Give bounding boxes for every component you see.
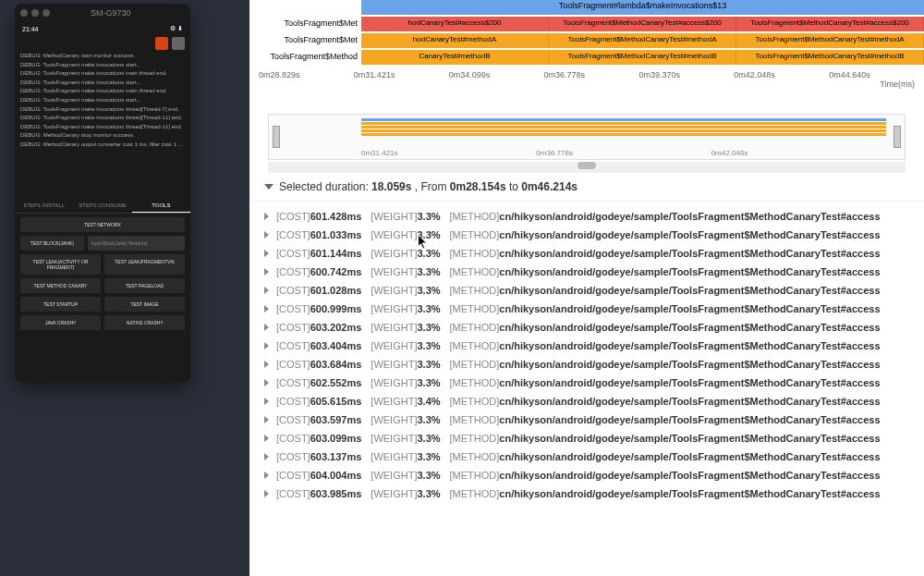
method-row[interactable]: [COST] 605.615ms[WEIGHT] 3.4%[METHOD] cn… xyxy=(264,392,924,411)
method-label: [METHOD] xyxy=(450,229,500,240)
caret-right-icon[interactable] xyxy=(264,398,269,405)
test-block-button[interactable]: TEST BLOCK(JANK) xyxy=(20,236,84,251)
caret-right-icon[interactable] xyxy=(264,435,269,442)
method-row[interactable]: [COST] 600.742ms[WEIGHT] 3.3%[METHOD] cn… xyxy=(264,263,924,281)
caret-right-icon[interactable] xyxy=(264,250,269,257)
java-crash-button[interactable]: JAVA CRASH!! xyxy=(20,315,101,330)
cost-label: [COST] xyxy=(276,433,310,444)
method-label: [METHOD] xyxy=(450,303,500,314)
timeline-bar[interactable]: hodCanaryTest#methodA xyxy=(361,33,549,48)
minimap[interactable]: 0m31.421s0m36.778s0m42.048s xyxy=(268,114,906,160)
cost-label: [COST] xyxy=(276,229,310,240)
maximize-icon[interactable] xyxy=(43,9,50,17)
timeline-bar[interactable]: hodCanaryTest#access$200 xyxy=(361,17,549,31)
phone-tab[interactable]: STEP2:CONSUME xyxy=(73,199,131,213)
test-leak-activity-button[interactable]: TEST LEAK(ACTIVITY OR FRAGMENT) xyxy=(20,254,101,275)
caret-right-icon[interactable] xyxy=(264,361,269,368)
method-path: cn/hikyson/android/godeye/sample/ToolsFr… xyxy=(499,303,880,314)
caret-right-icon[interactable] xyxy=(264,231,269,239)
caret-right-icon[interactable] xyxy=(264,379,269,386)
minimize-icon[interactable] xyxy=(31,9,39,17)
caret-right-icon[interactable] xyxy=(264,324,269,331)
share-icon[interactable] xyxy=(172,37,185,50)
timeline-bar[interactable]: CanaryTest#methodB xyxy=(361,50,549,65)
block-time-input[interactable]: Input Block(Jank) Time(ms) xyxy=(88,236,185,251)
method-label: [METHOD] xyxy=(450,285,500,296)
method-row[interactable]: [COST] 601.028ms[WEIGHT] 3.3%[METHOD] cn… xyxy=(264,281,924,300)
weight-label: [WEIGHT] xyxy=(371,266,417,277)
cost-value: 603.137ms xyxy=(310,451,362,462)
caret-right-icon[interactable] xyxy=(264,287,269,294)
phone-tab[interactable]: TOOLS xyxy=(132,199,190,213)
caret-right-icon[interactable] xyxy=(264,416,269,423)
cost-value: 603.684ms xyxy=(310,359,362,370)
method-label: [METHOD] xyxy=(450,433,500,444)
minimap-handle-right[interactable] xyxy=(894,126,901,148)
cost-label: [COST] xyxy=(276,488,310,499)
test-methodcanary-button[interactable]: TEST METHOD CANARY xyxy=(20,278,101,293)
method-row[interactable]: [COST] 600.999ms[WEIGHT] 3.3%[METHOD] cn… xyxy=(264,300,924,318)
caret-right-icon[interactable] xyxy=(264,453,269,460)
caret-right-icon[interactable] xyxy=(264,472,269,479)
timeline-bar[interactable]: ToolsFragment$MethodCanaryTest#methodA xyxy=(549,33,736,48)
log-line: DEBUG: ToolsFragment make invocations ma… xyxy=(20,87,185,96)
log-line: DEBUG: ToolsFragment make invocations th… xyxy=(20,105,185,115)
caret-right-icon[interactable] xyxy=(264,268,269,276)
weight-value: 3.4% xyxy=(417,396,440,407)
method-path: cn/hikyson/android/godeye/sample/ToolsFr… xyxy=(499,248,880,259)
timeline-bar[interactable]: ToolsFragment$MethodCanaryTest#methodB xyxy=(736,50,924,65)
phone-log-area[interactable]: DEBUG: MethodCanary start monitor succes… xyxy=(15,52,190,195)
cost-value: 603.099ms xyxy=(310,433,362,444)
timeline-bar[interactable]: ToolsFragment$MethodCanaryTest#access$20… xyxy=(549,17,736,31)
timeline-bar[interactable]: ToolsFragment$MethodCanaryTest#methodB xyxy=(549,50,736,65)
timeline-chart[interactable]: ToolsFragment#lambda$makeInvocations$13 … xyxy=(249,0,924,106)
phone-tab[interactable]: STEP1:INSTALL xyxy=(15,199,73,213)
method-row[interactable]: [COST] 603.597ms[WEIGHT] 3.3%[METHOD] cn… xyxy=(264,411,924,429)
weight-value: 3.3% xyxy=(417,229,440,240)
timeline-bar[interactable]: ToolsFragment#lambda$makeInvocations$13 xyxy=(361,0,924,15)
test-startup-button[interactable]: TEST STARTUP xyxy=(20,297,101,312)
test-image-button[interactable]: TEST IMAGE xyxy=(104,297,185,312)
chevron-down-icon[interactable] xyxy=(264,184,274,190)
method-row[interactable]: [COST] 603.099ms[WEIGHT] 3.3%[METHOD] cn… xyxy=(264,429,924,447)
weight-value: 3.3% xyxy=(417,303,440,314)
method-row[interactable]: [COST] 603.985ms[WEIGHT] 3.3%[METHOD] cn… xyxy=(264,484,924,503)
download-icon[interactable] xyxy=(155,37,168,50)
method-row[interactable]: [COST] 604.004ms[WEIGHT] 3.3%[METHOD] cn… xyxy=(264,466,924,484)
cost-label: [COST] xyxy=(276,322,310,333)
method-row[interactable]: [COST] 603.137ms[WEIGHT] 3.3%[METHOD] cn… xyxy=(264,447,924,466)
method-path: cn/hikyson/android/godeye/sample/ToolsFr… xyxy=(499,414,880,425)
test-leak-fragment-button[interactable]: TEST LEAK(FRAGMENTV4) xyxy=(104,254,185,275)
timeline-bar[interactable]: ToolsFragment$MethodCanaryTest#methodA xyxy=(736,33,924,48)
weight-label: [WEIGHT] xyxy=(371,211,417,222)
test-pageload-button[interactable]: TEST PAGELOAD xyxy=(104,278,185,293)
native-crash-button[interactable]: NATIVE CRASH!! xyxy=(104,315,185,330)
cost-label: [COST] xyxy=(276,377,310,388)
horizontal-scrollbar[interactable] xyxy=(268,162,906,173)
method-row[interactable]: [COST] 603.202ms[WEIGHT] 3.3%[METHOD] cn… xyxy=(264,318,924,337)
minimap-handle-left[interactable] xyxy=(273,126,280,148)
minimap-ticks: 0m31.421s0m36.778s0m42.048s xyxy=(361,149,886,157)
caret-right-icon[interactable] xyxy=(264,342,269,349)
caret-right-icon[interactable] xyxy=(264,490,269,497)
method-path: cn/hikyson/android/godeye/sample/ToolsFr… xyxy=(499,396,880,407)
selection-summary[interactable]: Selected duration: 18.059s , From 0m28.1… xyxy=(249,173,924,202)
scrollbar-thumb[interactable] xyxy=(578,162,596,169)
method-list[interactable]: [COST] 601.428ms[WEIGHT] 3.3%[METHOD] cn… xyxy=(249,202,924,503)
caret-right-icon[interactable] xyxy=(264,213,269,220)
weight-label: [WEIGHT] xyxy=(371,285,417,296)
method-row[interactable]: [COST] 601.428ms[WEIGHT] 3.3%[METHOD] cn… xyxy=(264,207,924,226)
test-network-button[interactable]: TEST NETWORK xyxy=(20,217,185,232)
weight-label: [WEIGHT] xyxy=(371,433,417,444)
method-row[interactable]: [COST] 601.033ms[WEIGHT] 3.3%[METHOD] cn… xyxy=(264,226,924,244)
method-row[interactable]: [COST] 603.684ms[WEIGHT] 3.3%[METHOD] cn… xyxy=(264,355,924,374)
caret-right-icon[interactable] xyxy=(264,305,269,313)
cost-value: 602.552ms xyxy=(310,377,362,388)
close-icon[interactable] xyxy=(20,9,28,17)
method-row[interactable]: [COST] 601.144ms[WEIGHT] 3.3%[METHOD] cn… xyxy=(264,244,924,263)
method-row[interactable]: [COST] 603.404ms[WEIGHT] 3.3%[METHOD] cn… xyxy=(264,337,924,355)
method-row[interactable]: [COST] 602.552ms[WEIGHT] 3.3%[METHOD] cn… xyxy=(264,374,924,392)
timeline-bar[interactable]: ToolsFragment$MethodCanaryTest#access$20… xyxy=(736,17,924,31)
method-label: [METHOD] xyxy=(450,322,500,333)
main-panel: ToolsFragment#lambda$makeInvocations$13 … xyxy=(249,0,924,576)
